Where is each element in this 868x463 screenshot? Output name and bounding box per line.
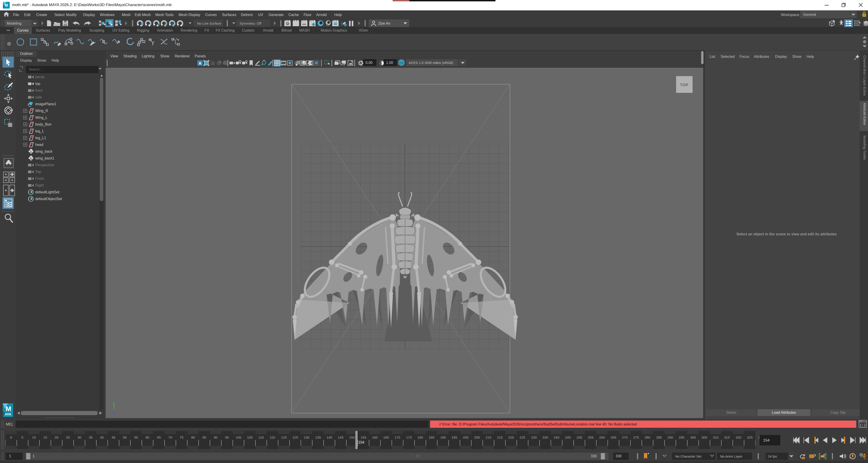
svg-text:ON: ON	[400, 62, 403, 64]
svg-text:X: X	[326, 23, 329, 27]
svg-text:TOP: TOP	[680, 83, 688, 87]
svg-text:AYA: AYA	[5, 412, 11, 416]
svg-text:y: y	[113, 401, 115, 405]
svg-text:A: A	[199, 61, 202, 66]
svg-text:IPR: IPR	[303, 23, 306, 26]
svg-text:x: x	[120, 407, 122, 411]
svg-text:1: 1	[803, 457, 804, 459]
svg-text:{;}: {;}	[860, 424, 866, 427]
svg-text:M: M	[5, 3, 8, 7]
svg-text:z: z	[113, 414, 115, 418]
svg-text:M: M	[6, 405, 11, 412]
